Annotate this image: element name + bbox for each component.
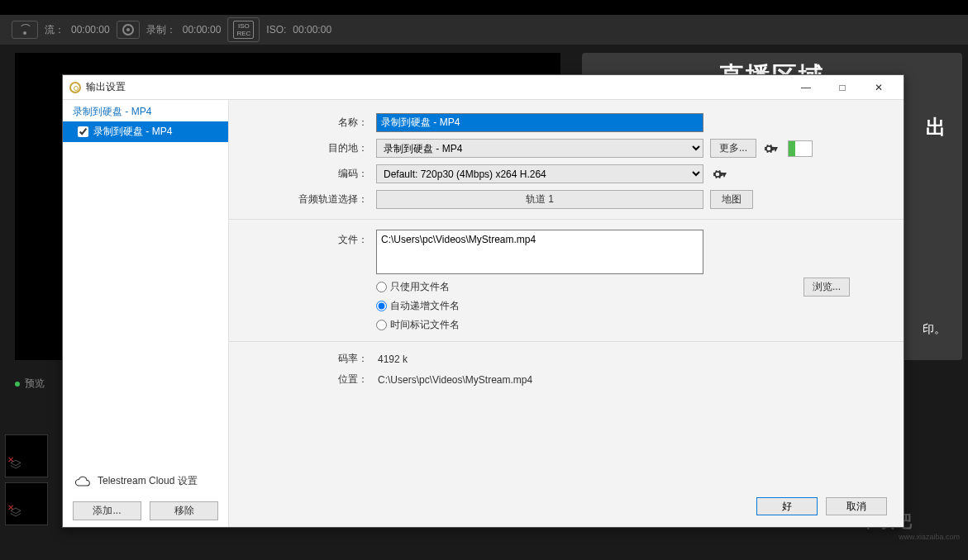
telestream-cloud-link[interactable]: Telestream Cloud 设置: [73, 467, 218, 495]
cancel-button[interactable]: 取消: [826, 497, 887, 515]
auto-increment-radio[interactable]: [376, 301, 387, 311]
auto-increment-label: 自动递增文件名: [390, 299, 460, 313]
iso-label: ISO:: [266, 24, 286, 36]
sidebar-item-record[interactable]: 录制到硬盘 - MP4: [63, 121, 228, 142]
dialog-sidebar: 录制到硬盘 - MP4 录制到硬盘 - MP4 Telestream Cloud…: [63, 100, 229, 527]
filename-only-radio[interactable]: [376, 282, 387, 292]
iso-time: 00:00:00: [293, 24, 331, 36]
wifi-icon: [17, 24, 32, 36]
encoding-gear-button[interactable]: ▾: [710, 165, 728, 183]
more-button[interactable]: 更多...: [710, 139, 756, 158]
file-textarea[interactable]: [376, 230, 703, 274]
location-label: 位置：: [229, 373, 376, 387]
output-settings-dialog: 输出设置 — □ ✕ 录制到硬盘 - MP4 录制到硬盘 - MP4 Teles…: [62, 74, 904, 528]
source-thumb[interactable]: ✕: [5, 482, 48, 525]
map-button[interactable]: 地图: [710, 190, 753, 209]
name-input[interactable]: [376, 113, 703, 132]
sidebar-item-label: 录制到硬盘 - MP4: [93, 125, 172, 139]
add-button[interactable]: 添加...: [73, 501, 141, 520]
source-thumb[interactable]: ✕: [5, 434, 48, 477]
dialog-main: 名称： 目的地： 录制到硬盘 - MP4 更多... ▾: [229, 100, 904, 527]
destination-label: 目的地：: [229, 141, 376, 155]
name-label: 名称：: [229, 116, 376, 130]
audio-track-label: 音频轨道选择：: [229, 192, 376, 206]
timestamp-radio[interactable]: [376, 320, 387, 330]
dialog-title: 输出设置: [86, 80, 783, 94]
iso-top: ISO: [238, 22, 250, 30]
timestamp-label: 时间标记文件名: [390, 318, 460, 332]
maximize-button[interactable]: □: [824, 76, 861, 99]
browse-button[interactable]: 浏览...: [803, 278, 850, 297]
encoding-select[interactable]: Default: 720p30 (4Mbps) x264 H.264: [376, 164, 703, 183]
remove-button[interactable]: 移除: [150, 501, 218, 520]
background-toolbar: 流： 00:00:00 录制： 00:00:00 ISO REC ISO: 00…: [0, 15, 968, 45]
record-time: 00:00:00: [183, 24, 222, 36]
file-label: 文件：: [229, 230, 376, 247]
preview-label: 预览: [25, 377, 45, 391]
preview-status: 预览: [15, 377, 45, 391]
app-logo-icon: [69, 82, 81, 93]
iso-box[interactable]: ISO REC: [227, 17, 260, 42]
destination-select[interactable]: 录制到硬盘 - MP4: [376, 139, 703, 158]
bitrate-value: 4192 k: [376, 354, 408, 365]
stream-time: 00:00:00: [71, 24, 110, 36]
record-icon: [122, 24, 134, 36]
minimize-button[interactable]: —: [788, 76, 824, 99]
layers-icon: [9, 506, 22, 520]
stream-label: 流：: [45, 23, 64, 37]
destination-gear-button[interactable]: ▾: [761, 140, 780, 158]
cloud-label: Telestream Cloud 设置: [98, 474, 198, 488]
watermark-url: www.xiazaiba.com: [861, 533, 960, 541]
layers-icon: [9, 458, 22, 472]
sidebar-header: 录制到硬盘 - MP4: [63, 100, 228, 121]
encoding-label: 编码：: [229, 167, 376, 181]
stream-status-box[interactable]: [12, 21, 38, 39]
live-subtext: 印。: [923, 322, 946, 337]
live-sub: 出: [926, 114, 946, 140]
status-dot-icon: [15, 382, 20, 387]
record-status-box[interactable]: [117, 21, 140, 39]
bitrate-label: 码率：: [229, 352, 376, 366]
iso-bot: REC: [236, 30, 250, 37]
audio-track-button[interactable]: 轨道 1: [376, 190, 703, 209]
sidebar-item-checkbox[interactable]: [78, 126, 88, 137]
status-indicator: [788, 140, 813, 157]
close-button[interactable]: ✕: [861, 76, 897, 99]
dialog-titlebar[interactable]: 输出设置 — □ ✕: [63, 75, 904, 100]
ok-button[interactable]: 好: [756, 497, 818, 515]
location-value: C:\Users\pc\Videos\MyStream.mp4: [376, 374, 532, 386]
record-label: 录制：: [146, 23, 176, 37]
cloud-icon: [74, 476, 91, 487]
filename-only-label: 只使用文件名: [390, 280, 450, 294]
